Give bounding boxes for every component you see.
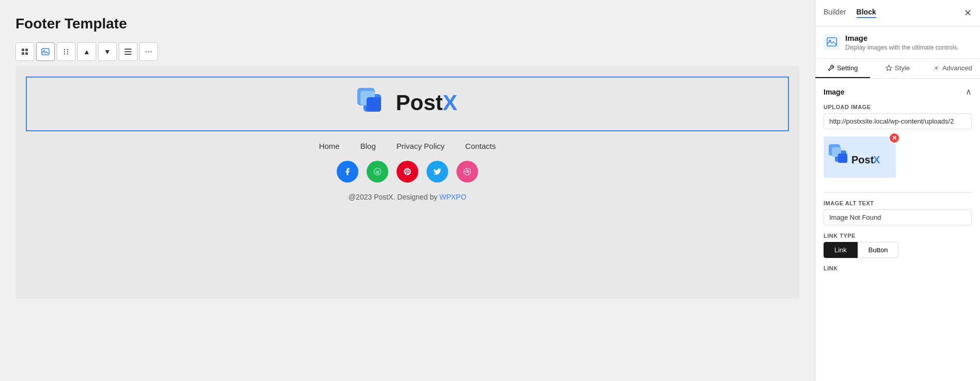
image-icon (41, 48, 50, 56)
svg-rect-12 (124, 49, 132, 50)
postx-logo-icon (357, 88, 389, 118)
postx-logo: PostX (357, 88, 457, 118)
social-pinterest[interactable] (397, 161, 418, 182)
link-type-button-button[interactable]: Button (858, 242, 899, 258)
spotify-icon (373, 167, 382, 176)
block-type-icon (21, 48, 29, 56)
panel-tabs: Builder Block (824, 8, 876, 18)
block-description: Display images with the ultimate control… (845, 44, 959, 51)
section-image-header: Image ∧ (824, 87, 972, 97)
upload-image-label: Upload Image (824, 104, 972, 110)
link-type-group: Link Button (824, 242, 972, 258)
svg-point-7 (64, 51, 65, 52)
copyright-text: @2023 PostX. Designed by (349, 193, 439, 201)
toolbar-up-btn[interactable]: ▲ (77, 42, 96, 61)
footer-copyright: @2023 PostX. Designed by WPXPO (26, 193, 789, 201)
postx-brand-text: PostX (396, 90, 457, 115)
sub-tab-setting[interactable]: Setting (815, 59, 870, 78)
svg-point-9 (67, 49, 68, 50)
toolbar-drag-btn[interactable] (57, 42, 75, 61)
sub-tab-setting-label: Setting (837, 64, 858, 72)
link-type-label: Link Type (824, 233, 972, 239)
drag-icon (62, 48, 70, 55)
footer-nav: Home Blog Privacy Policy Contacts (26, 142, 789, 150)
sub-tab-style[interactable]: Style (870, 59, 925, 78)
upload-image-input[interactable] (824, 113, 972, 129)
image-preview-container: Post X ✕ (824, 136, 896, 178)
nav-blog[interactable]: Blog (360, 142, 376, 150)
svg-rect-1 (25, 49, 28, 51)
nav-home[interactable]: Home (319, 142, 340, 150)
svg-point-11 (67, 53, 68, 54)
image-block-icon (827, 37, 837, 47)
toolbar-image-btn[interactable] (36, 42, 55, 61)
block-name: Image (845, 34, 959, 42)
link-section-label: LINK (824, 265, 972, 271)
facebook-icon (343, 167, 352, 176)
tab-builder[interactable]: Builder (824, 8, 846, 18)
align-icon (124, 49, 132, 55)
page-title: Footer Template (15, 16, 799, 32)
divider (824, 192, 972, 193)
svg-text:X: X (873, 154, 880, 165)
svg-rect-14 (124, 54, 132, 55)
svg-rect-13 (124, 51, 132, 52)
nav-privacy[interactable]: Privacy Policy (397, 142, 445, 150)
main-canvas: Footer Template (0, 0, 815, 381)
social-facebook[interactable] (337, 161, 358, 182)
social-twitter[interactable] (426, 161, 448, 182)
svg-rect-18 (367, 97, 381, 112)
tab-block[interactable]: Block (857, 8, 876, 18)
image-block[interactable]: PostX (26, 77, 789, 131)
svg-text:Post: Post (851, 154, 874, 165)
link-type-link-button[interactable]: Link (824, 242, 858, 258)
block-toolbar: ▲ ▼ ⋯ (15, 42, 799, 61)
svg-point-6 (64, 49, 65, 50)
social-dribbble[interactable] (456, 161, 478, 182)
block-info: Image Display images with the ultimate c… (815, 26, 980, 59)
toolbar-more-btn[interactable]: ⋯ (139, 42, 158, 61)
section-image-title: Image (824, 88, 844, 96)
remove-image-button[interactable]: ✕ (889, 132, 900, 144)
svg-point-8 (64, 53, 65, 54)
panel-close-button[interactable]: ✕ (964, 7, 972, 19)
image-preview: Post X (824, 136, 896, 178)
svg-point-23 (936, 67, 937, 69)
dribbble-icon (463, 167, 471, 176)
canvas-area: PostX Home Blog Privacy Policy Contacts (15, 66, 799, 299)
sub-tab-advanced[interactable]: Advanced (925, 59, 980, 78)
pinterest-icon (403, 167, 412, 176)
nav-contacts[interactable]: Contacts (465, 142, 496, 150)
panel-header: Builder Block ✕ (815, 0, 980, 26)
svg-rect-3 (25, 52, 28, 55)
alt-text-input[interactable] (824, 209, 972, 225)
panel-content: Image ∧ Upload Image P (815, 79, 980, 381)
svg-rect-0 (22, 49, 24, 51)
sub-tab-advanced-label: Advanced (942, 64, 972, 72)
block-icon-container (824, 34, 840, 50)
wpxpo-link[interactable]: WPXPO (439, 193, 466, 201)
sub-tab-style-label: Style (895, 64, 910, 72)
block-info-text: Image Display images with the ultimate c… (845, 34, 959, 51)
toolbar-block-icon-btn[interactable] (15, 42, 34, 61)
svg-point-19 (374, 168, 381, 175)
sub-tabs: Setting Style Advanced (815, 59, 980, 79)
right-panel: Builder Block ✕ Image Display images wit… (815, 0, 980, 381)
svg-rect-28 (838, 154, 847, 163)
social-icons (26, 161, 789, 182)
toolbar-down-btn[interactable]: ▼ (98, 42, 117, 61)
svg-rect-2 (22, 52, 24, 55)
twitter-icon (433, 167, 441, 176)
style-icon (886, 65, 892, 71)
svg-point-10 (67, 51, 68, 52)
wrench-icon (828, 65, 834, 71)
svg-rect-21 (827, 38, 836, 46)
preview-image: Post X (824, 136, 896, 178)
toolbar-align-btn[interactable] (119, 42, 137, 61)
section-collapse-button[interactable]: ∧ (966, 87, 972, 97)
advanced-icon (933, 65, 940, 71)
alt-text-label: IMAGE ALT TEXT (824, 200, 972, 206)
social-spotify[interactable] (367, 161, 388, 182)
